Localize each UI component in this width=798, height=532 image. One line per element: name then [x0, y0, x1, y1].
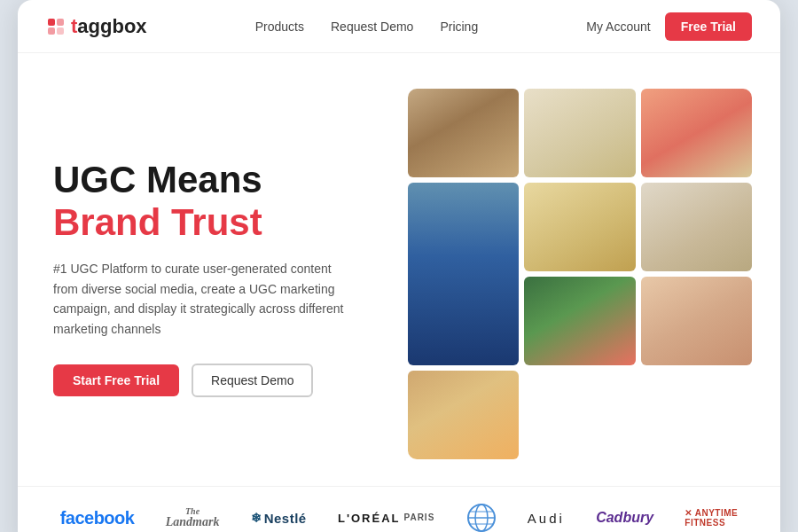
grid-cell-1 [408, 89, 519, 177]
brand-loreal: L'ORÉAL PARIS [338, 512, 434, 525]
svg-rect-3 [57, 27, 64, 35]
brand-un [466, 503, 497, 532]
hero-buttons: Start Free Trial Request Demo [53, 364, 390, 397]
main-card: taggbox Products Request Demo Pricing My… [18, 0, 780, 532]
brands-bar: facebook The Landmark ❄ Nestlé L'ORÉAL P… [18, 486, 780, 532]
image-grid [408, 89, 752, 459]
logo[interactable]: taggbox [46, 15, 147, 38]
nav-right: My Account Free Trial [586, 12, 752, 41]
grid-cell-8 [641, 277, 752, 365]
main-content: UGC Means Brand Trust #1 UGC Platform to… [18, 53, 780, 486]
brand-anytime-fitness: ✕ ANYTIMEFITNESS [685, 508, 738, 528]
grid-cell-4 [408, 183, 519, 365]
brand-landmark: The Landmark [166, 507, 220, 528]
logo-text: taggbox [71, 15, 147, 38]
my-account-link[interactable]: My Account [586, 20, 650, 34]
start-free-trial-button[interactable]: Start Free Trial [53, 364, 179, 396]
logo-icon [46, 17, 66, 36]
hero-title-line1: UGC Means [53, 160, 390, 200]
grid-cell-9 [408, 371, 519, 459]
nav-item-products[interactable]: Products [255, 19, 304, 35]
svg-rect-1 [57, 19, 64, 26]
nav-item-request-demo[interactable]: Request Demo [331, 19, 413, 35]
hero-description: #1 UGC Platform to curate user-generated… [53, 259, 355, 339]
hero-title-line2: Brand Trust [53, 202, 390, 243]
brand-facebook: facebook [60, 508, 135, 528]
grid-cell-7 [524, 277, 635, 365]
grid-cell-5 [524, 183, 635, 271]
svg-rect-2 [48, 27, 55, 35]
grid-cell-2 [524, 89, 635, 177]
brand-audi: Audi [528, 511, 565, 526]
grid-cell-3 [641, 89, 752, 177]
request-demo-button[interactable]: Request Demo [192, 364, 313, 397]
un-logo-icon [466, 503, 497, 532]
navbar: taggbox Products Request Demo Pricing My… [18, 0, 780, 53]
hero-section: UGC Means Brand Trust #1 UGC Platform to… [53, 89, 390, 459]
svg-rect-0 [48, 19, 55, 26]
grid-cell-6 [641, 183, 752, 271]
brand-nestle: ❄ Nestlé [251, 511, 307, 526]
free-trial-button[interactable]: Free Trial [665, 12, 752, 41]
brand-cadbury: Cadbury [596, 510, 653, 526]
nav-links: Products Request Demo Pricing [255, 19, 478, 35]
nav-item-pricing[interactable]: Pricing [440, 19, 478, 35]
